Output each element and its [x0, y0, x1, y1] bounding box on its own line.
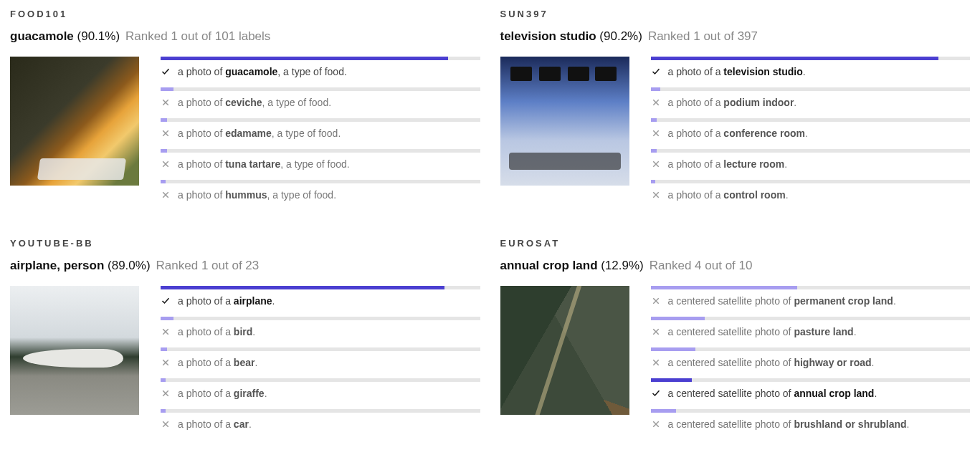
bar-track	[651, 149, 971, 153]
bar-fill	[161, 317, 173, 320]
bar-track	[651, 347, 971, 351]
prediction-line: a photo of edamame, a type of food.	[161, 128, 480, 139]
card-body: a photo of a television studio.a photo o…	[500, 57, 971, 211]
bar-track	[161, 118, 480, 122]
prediction-line: a photo of a lecture room.	[651, 158, 971, 170]
prediction-label: lecture room	[723, 158, 784, 170]
prediction-prefix: a photo of	[178, 128, 225, 139]
prediction-prefix: a photo of a	[178, 418, 234, 430]
thumbnail	[10, 286, 139, 415]
bar-fill	[651, 347, 695, 351]
x-icon	[161, 159, 171, 169]
dataset-name: EUROSAT	[500, 238, 971, 249]
true-pct: (90.2%)	[596, 29, 642, 43]
prediction-label: bear	[234, 357, 255, 368]
prediction-row: a centered satellite photo of permanent …	[651, 286, 971, 307]
headline: airplane, person (89.0%)Ranked 1 out of …	[10, 259, 480, 273]
true-pct: (90.1%)	[74, 29, 120, 43]
prediction-prefix: a centered satellite photo of	[668, 295, 794, 307]
prediction-line: a centered satellite photo of permanent …	[651, 295, 971, 307]
prediction-suffix: .	[854, 326, 857, 337]
predictions-list: a centered satellite photo of permanent …	[651, 286, 971, 440]
prediction-row: a centered satellite photo of brushland …	[651, 409, 971, 430]
prediction-line: a centered satellite photo of brushland …	[651, 418, 971, 430]
check-icon	[161, 296, 171, 306]
bar-fill	[161, 409, 166, 413]
bar-track	[651, 118, 971, 122]
prediction-suffix: .	[803, 66, 806, 77]
x-icon	[161, 97, 171, 107]
bar-fill	[651, 180, 656, 183]
card-body: a centered satellite photo of permanent …	[500, 286, 971, 440]
prediction-suffix: .	[907, 418, 910, 430]
prediction-prefix: a centered satellite photo of	[668, 388, 794, 399]
dataset-name: YOUTUBE-BB	[10, 238, 480, 249]
prediction-line: a photo of tuna tartare, a type of food.	[161, 158, 480, 170]
prediction-prefix: a photo of	[178, 97, 225, 108]
bar-fill	[161, 57, 448, 60]
bar-track	[651, 87, 971, 91]
bar-track	[161, 57, 480, 60]
prediction-text: a photo of tuna tartare, a type of food.	[178, 158, 350, 170]
prediction-line: a centered satellite photo of pasture la…	[651, 326, 971, 337]
prediction-row: a photo of edamame, a type of food.	[161, 118, 480, 139]
bar-track	[651, 286, 971, 289]
prediction-text: a centered satellite photo of highway or…	[668, 357, 875, 368]
x-icon	[161, 419, 171, 429]
prediction-row: a photo of a airplane.	[161, 286, 480, 307]
prediction-suffix: .	[893, 295, 896, 307]
x-icon	[651, 159, 661, 169]
prediction-row: a photo of ceviche, a type of food.	[161, 87, 480, 108]
prediction-text: a photo of a car.	[178, 418, 252, 430]
prediction-label: bird	[234, 326, 252, 337]
bar-fill	[161, 87, 173, 91]
prediction-line: a photo of a bird.	[161, 326, 480, 337]
prediction-label: car	[234, 418, 249, 430]
prediction-row: a photo of a television studio.	[651, 57, 971, 77]
prediction-prefix: a photo of a	[668, 128, 724, 139]
rank-text: Ranked 1 out of 23	[156, 259, 260, 272]
prediction-row: a photo of guacamole, a type of food.	[161, 57, 480, 77]
rank-text: Ranked 4 out of 10	[650, 259, 753, 272]
prediction-row: a photo of a control room.	[651, 180, 971, 201]
x-icon	[651, 358, 661, 368]
predictions-list: a photo of a airplane.a photo of a bird.…	[161, 286, 480, 440]
rank-text: Ranked 1 out of 101 labels	[125, 29, 270, 43]
bar-track	[651, 409, 971, 413]
prediction-prefix: a photo of	[178, 66, 225, 77]
prediction-line: a photo of a podium indoor.	[651, 97, 971, 108]
check-icon	[651, 67, 661, 77]
prediction-prefix: a centered satellite photo of	[668, 418, 794, 430]
prediction-line: a photo of a car.	[161, 418, 480, 430]
rank-text: Ranked 1 out of 397	[648, 29, 758, 43]
prediction-line: a photo of a giraffe.	[161, 388, 480, 399]
prediction-row: a photo of a car.	[161, 409, 480, 430]
card-body: a photo of a airplane.a photo of a bird.…	[10, 286, 480, 440]
prediction-suffix: .	[254, 357, 257, 368]
prediction-text: a centered satellite photo of pasture la…	[668, 326, 857, 337]
bar-fill	[161, 286, 444, 289]
prediction-label: highway or road	[794, 357, 871, 368]
prediction-text: a photo of a podium indoor.	[668, 97, 797, 108]
true-label: airplane, person	[10, 259, 104, 272]
prediction-line: a photo of guacamole, a type of food.	[161, 66, 480, 77]
prediction-prefix: a photo of	[178, 189, 225, 201]
thumbnail	[500, 286, 629, 415]
prediction-prefix: a photo of a	[178, 388, 234, 399]
prediction-prefix: a photo of a	[668, 66, 724, 77]
x-icon	[651, 128, 661, 138]
prediction-suffix: .	[252, 326, 255, 337]
bar-fill	[161, 378, 166, 382]
prediction-line: a photo of a airplane.	[161, 295, 480, 307]
true-label: guacamole	[10, 29, 74, 43]
prediction-label: guacamole	[225, 66, 277, 77]
prediction-suffix: , a type of food.	[272, 128, 341, 139]
thumbnail	[10, 57, 139, 186]
bar-fill	[651, 378, 692, 382]
bar-track	[651, 378, 971, 382]
prediction-label: tuna tartare	[225, 158, 280, 170]
prediction-prefix: a photo of a	[178, 357, 234, 368]
prediction-text: a centered satellite photo of annual cro…	[668, 388, 877, 399]
x-icon	[161, 358, 171, 368]
bar-track	[651, 180, 971, 183]
